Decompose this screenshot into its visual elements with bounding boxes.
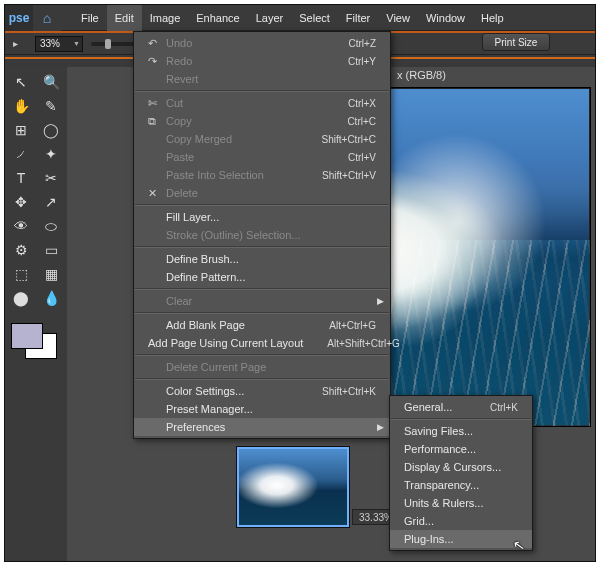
tool-panel: ↖🔍✋✎⊞◯⟋✦T✂✥↗👁⬭⚙▭⬚▦⬤💧 <box>5 67 67 561</box>
menu-image[interactable]: Image <box>142 5 189 31</box>
menu-separator <box>135 354 389 356</box>
menu-item-cut: ✄CutCtrl+X <box>134 94 390 112</box>
menu-separator <box>391 418 531 420</box>
zoom-value: 33% <box>40 38 60 49</box>
menu-glyph-icon: ↶ <box>148 37 166 50</box>
tool-4[interactable]: ⊞ <box>7 119 35 141</box>
foreground-color-swatch[interactable] <box>11 323 43 349</box>
menu-item-paste: PasteCtrl+V <box>134 148 390 166</box>
tool-13[interactable]: ⬭ <box>37 215 65 237</box>
tool-11[interactable]: ↗ <box>37 191 65 213</box>
menu-item-label: Define Brush... <box>166 253 376 265</box>
menu-item-label: Delete Current Page <box>166 361 376 373</box>
menu-item-units-rulers[interactable]: Units & Rulers... <box>390 494 532 512</box>
menu-item-display-cursors[interactable]: Display & Cursors... <box>390 458 532 476</box>
menu-help[interactable]: Help <box>473 5 512 31</box>
tool-19[interactable]: 💧 <box>37 287 65 309</box>
menu-item-shortcut: Ctrl+X <box>348 98 376 109</box>
print-size-button[interactable]: Print Size <box>482 33 550 51</box>
tool-0[interactable]: ↖ <box>7 71 35 93</box>
menu-window[interactable]: Window <box>418 5 473 31</box>
menu-item-add-page-using-current-layout[interactable]: Add Page Using Current LayoutAlt+Shift+C… <box>134 334 390 352</box>
menu-item-label: Display & Cursors... <box>404 461 518 473</box>
tool-1[interactable]: 🔍 <box>37 71 65 93</box>
menu-item-performance[interactable]: Performance... <box>390 440 532 458</box>
tool-18[interactable]: ⬤ <box>7 287 35 309</box>
color-swatches[interactable] <box>11 323 57 359</box>
submenu-arrow-icon: ▶ <box>377 422 384 432</box>
home-button[interactable]: ⌂ <box>33 5 61 31</box>
menu-separator <box>135 204 389 206</box>
menu-layer[interactable]: Layer <box>248 5 292 31</box>
menu-item-label: Define Pattern... <box>166 271 376 283</box>
preferences-submenu: General...Ctrl+KSaving Files...Performan… <box>389 395 533 551</box>
menu-item-label: Redo <box>166 55 324 67</box>
menu-item-copy: ⧉CopyCtrl+C <box>134 112 390 130</box>
menu-item-preset-manager[interactable]: Preset Manager... <box>134 400 390 418</box>
tool-5[interactable]: ◯ <box>37 119 65 141</box>
menu-enhance[interactable]: Enhance <box>188 5 247 31</box>
menu-separator <box>135 288 389 290</box>
menu-file[interactable]: File <box>73 5 107 31</box>
menu-item-label: Preferences <box>166 421 376 433</box>
tool-14[interactable]: ⚙ <box>7 239 35 261</box>
menu-item-label: General... <box>404 401 466 413</box>
tool-17[interactable]: ▦ <box>37 263 65 285</box>
menu-item-label: Fill Layer... <box>166 211 376 223</box>
options-twirl-icon[interactable]: ▸ <box>9 38 21 49</box>
tool-2[interactable]: ✋ <box>7 95 35 117</box>
menu-glyph-icon: ✄ <box>148 97 166 110</box>
menu-item-shortcut: Ctrl+V <box>348 152 376 163</box>
menu-item-clear: Clear▶ <box>134 292 390 310</box>
tool-9[interactable]: ✂ <box>37 167 65 189</box>
menu-edit[interactable]: Edit <box>107 5 142 31</box>
tool-12[interactable]: 👁 <box>7 215 35 237</box>
menu-item-general[interactable]: General...Ctrl+K <box>390 398 532 416</box>
menu-item-define-brush[interactable]: Define Brush... <box>134 250 390 268</box>
menu-select[interactable]: Select <box>291 5 338 31</box>
menu-item-plug-ins[interactable]: Plug-Ins... <box>390 530 532 548</box>
menu-item-label: Delete <box>166 187 376 199</box>
menu-item-label: Plug-Ins... <box>404 533 518 545</box>
tool-8[interactable]: T <box>7 167 35 189</box>
menu-item-shortcut: Ctrl+K <box>490 402 518 413</box>
menu-item-fill-layer[interactable]: Fill Layer... <box>134 208 390 226</box>
cursor-icon: ↖ <box>512 536 527 554</box>
menu-view[interactable]: View <box>378 5 418 31</box>
menu-item-grid[interactable]: Grid... <box>390 512 532 530</box>
status-zoom: 33.33% <box>359 512 393 523</box>
tool-15[interactable]: ▭ <box>37 239 65 261</box>
tool-7[interactable]: ✦ <box>37 143 65 165</box>
menu-item-transparency[interactable]: Transparency... <box>390 476 532 494</box>
menu-item-label: Paste Into Selection <box>166 169 298 181</box>
menu-item-color-settings[interactable]: Color Settings...Shift+Ctrl+K <box>134 382 390 400</box>
tool-6[interactable]: ⟋ <box>7 143 35 165</box>
menu-item-define-pattern[interactable]: Define Pattern... <box>134 268 390 286</box>
menu-item-label: Add Blank Page <box>166 319 305 331</box>
edit-menu: ↶UndoCtrl+Z↷RedoCtrl+YRevert✄CutCtrl+X⧉C… <box>133 31 391 439</box>
menu-item-shortcut: Shift+Ctrl+C <box>322 134 376 145</box>
menu-item-label: Performance... <box>404 443 518 455</box>
tool-16[interactable]: ⬚ <box>7 263 35 285</box>
menu-glyph-icon: ✕ <box>148 187 166 200</box>
menu-item-label: Copy Merged <box>166 133 298 145</box>
zoom-field[interactable]: 33% ▼ <box>35 36 83 52</box>
tool-10[interactable]: ✥ <box>7 191 35 213</box>
menu-separator <box>135 90 389 92</box>
menu-item-label: Saving Files... <box>404 425 518 437</box>
menu-item-label: Clear <box>166 295 376 307</box>
menu-item-add-blank-page[interactable]: Add Blank PageAlt+Ctrl+G <box>134 316 390 334</box>
zoom-slider-thumb[interactable] <box>105 39 111 49</box>
menu-item-shortcut: Alt+Shift+Ctrl+G <box>327 338 400 349</box>
menu-item-saving-files[interactable]: Saving Files... <box>390 422 532 440</box>
menu-item-copy-merged: Copy MergedShift+Ctrl+C <box>134 130 390 148</box>
tool-3[interactable]: ✎ <box>37 95 65 117</box>
menu-item-paste-into-selection: Paste Into SelectionShift+Ctrl+V <box>134 166 390 184</box>
submenu-arrow-icon: ▶ <box>377 296 384 306</box>
titlebar: pse ⌂ FileEditImageEnhanceLayerSelectFil… <box>5 5 595 31</box>
menu-filter[interactable]: Filter <box>338 5 378 31</box>
menu-item-label: Units & Rulers... <box>404 497 518 509</box>
menu-item-shortcut: Ctrl+Z <box>349 38 377 49</box>
project-thumbnail[interactable] <box>237 447 349 527</box>
menu-item-preferences[interactable]: Preferences▶ <box>134 418 390 436</box>
